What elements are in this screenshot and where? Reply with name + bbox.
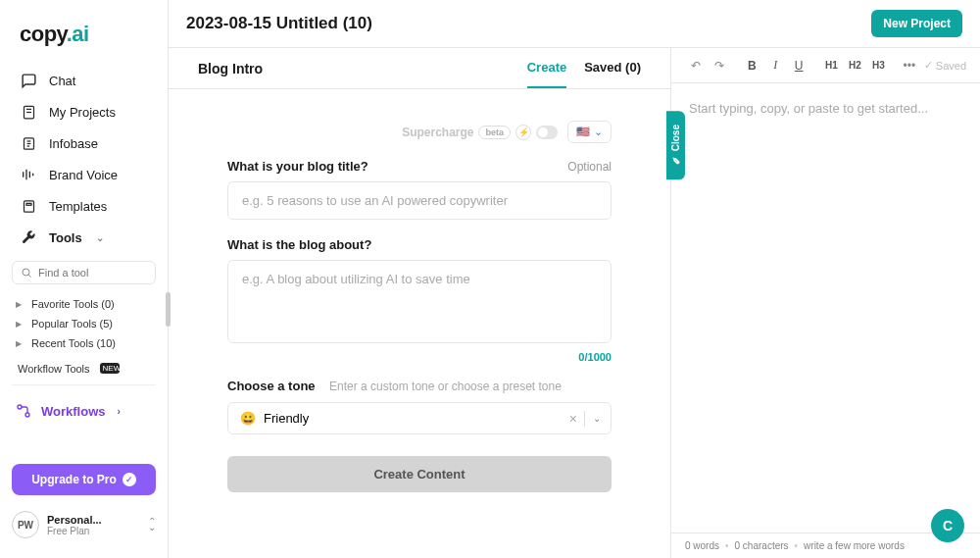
tone-hint: Enter a custom tone or choose a preset t…: [329, 380, 562, 393]
chevron-down-icon: ⌄: [96, 232, 104, 243]
search-tool[interactable]: [12, 261, 156, 284]
nav-projects-label: My Projects: [49, 105, 116, 120]
clear-tone-button[interactable]: ×: [569, 411, 577, 427]
check-icon: ✓: [122, 473, 136, 486]
nav-projects[interactable]: My Projects: [12, 96, 156, 127]
nav-brandvoice[interactable]: Brand Voice: [12, 159, 156, 190]
nav-templates-label: Templates: [49, 199, 107, 214]
h2-button[interactable]: H2: [844, 54, 865, 77]
tone-label: Choose a tone: [227, 379, 316, 393]
tool-group-favorite[interactable]: ▶Favorite Tools (0): [10, 294, 158, 314]
upgrade-button[interactable]: Upgrade to Pro ✓: [12, 464, 156, 495]
tool-group-recent-label: Recent Tools (10): [31, 337, 116, 349]
account-switcher[interactable]: PW Personal... Free Plan ⌃⌄: [0, 503, 168, 546]
tool-group-popular-label: Popular Tools (5): [31, 318, 113, 330]
tool-groups: ▶Favorite Tools (0) ▶Popular Tools (5) ▶…: [0, 292, 168, 355]
tool-group-favorite-label: Favorite Tools (0): [31, 298, 115, 310]
dot-icon: •: [795, 540, 799, 551]
h1-button[interactable]: H1: [821, 54, 843, 77]
italic-button[interactable]: I: [764, 54, 786, 77]
about-label: What is the blog about?: [227, 237, 612, 252]
chevron-down-icon[interactable]: ⌄: [593, 413, 601, 424]
language-selector[interactable]: 🇺🇸 ⌄: [567, 121, 612, 143]
chat-fab[interactable]: C: [931, 509, 964, 542]
account-plan: Free Plan: [47, 526, 140, 536]
tab-create[interactable]: Create: [527, 48, 566, 88]
svg-point-16: [25, 413, 29, 417]
tool-header: Blog Intro Create Saved (0): [169, 48, 670, 89]
content: Blog Intro Create Saved (0) ✎ Close Supe…: [169, 48, 980, 558]
brandvoice-icon: [20, 166, 37, 183]
about-textarea[interactable]: [227, 260, 612, 343]
divider: [12, 384, 156, 385]
editor-body[interactable]: Start typing, copy, or paste to get star…: [671, 83, 980, 533]
tone-select[interactable]: 😀 Friendly × ⌄: [227, 402, 612, 434]
optional-label: Optional: [567, 160, 612, 174]
account-info: Personal... Free Plan: [47, 514, 140, 536]
tab-saved[interactable]: Saved (0): [584, 48, 641, 88]
flag-icon: 🇺🇸: [576, 126, 590, 138]
word-count: 0 words: [685, 540, 719, 551]
close-label: Close: [670, 125, 681, 151]
check-icon: ✓: [924, 59, 933, 72]
redo-button[interactable]: ↷: [709, 54, 730, 77]
nav-templates[interactable]: Templates: [12, 190, 156, 222]
supercharge-label: Supercharge: [402, 126, 473, 139]
svg-rect-12: [26, 203, 31, 205]
nav-chat-label: Chat: [49, 74, 75, 88]
sidebar: copy.ai Chat My Projects Infobase Brand …: [0, 0, 169, 558]
topbar: 2023-08-15 Untitled (10) New Project: [169, 0, 980, 48]
saved-label: Saved: [936, 60, 966, 72]
nav-brandvoice-label: Brand Voice: [49, 168, 118, 182]
about-label-text: What is the blog about?: [227, 237, 371, 252]
create-content-button[interactable]: Create Content: [227, 456, 612, 492]
bold-button[interactable]: B: [741, 54, 762, 77]
char-count: 0 characters: [735, 540, 789, 551]
new-project-button[interactable]: New Project: [871, 10, 962, 37]
nav-infobase[interactable]: Infobase: [12, 127, 156, 159]
supercharge-row: Supercharge beta ⚡ 🇺🇸 ⌄: [227, 121, 612, 143]
chevron-right-icon: ▶: [16, 300, 24, 309]
char-count: 0/1000: [227, 351, 612, 363]
chevron-right-icon: ▶: [16, 339, 24, 348]
h3-button[interactable]: H3: [867, 54, 889, 77]
editor-placeholder: Start typing, copy, or paste to get star…: [689, 101, 962, 116]
templates-icon: [20, 197, 37, 215]
more-button[interactable]: •••: [899, 54, 920, 77]
search-input[interactable]: [38, 267, 147, 279]
nav-tools[interactable]: Tools ⌄: [12, 222, 156, 253]
form-area: ✎ Close Supercharge beta ⚡ 🇺🇸 ⌄: [169, 89, 670, 508]
logo-suffix: .ai: [67, 22, 89, 46]
nav-workflows[interactable]: Workflows ›: [0, 395, 168, 427]
chevron-right-icon: ▶: [16, 320, 24, 329]
chat-icon: [20, 72, 37, 89]
tool-panel: Blog Intro Create Saved (0) ✎ Close Supe…: [169, 48, 671, 558]
upgrade-label: Upgrade to Pro: [31, 473, 117, 486]
dot-icon: •: [725, 540, 729, 551]
nav-infobase-label: Infobase: [49, 136, 98, 151]
tools-icon: [20, 228, 37, 246]
chevron-down-icon: ⌄: [594, 126, 603, 138]
tool-group-workflow[interactable]: Workflow Tools NEW: [0, 355, 168, 375]
primary-nav: Chat My Projects Infobase Brand Voice Te…: [0, 65, 168, 253]
editor-footer: 0 words • 0 characters • write a few mor…: [671, 533, 980, 558]
tool-title: Blog Intro: [198, 61, 263, 76]
beta-badge: beta: [478, 126, 511, 139]
tone-emoji: 😀: [240, 411, 256, 426]
nav-chat[interactable]: Chat: [12, 65, 156, 96]
title-input[interactable]: [227, 181, 612, 220]
svg-point-13: [23, 269, 29, 276]
workflows-icon: [16, 403, 31, 419]
logo[interactable]: copy.ai: [0, 12, 168, 65]
title-label-text: What is your blog title?: [227, 159, 368, 174]
main: 2023-08-15 Untitled (10) New Project Blo…: [169, 0, 980, 558]
underline-button[interactable]: U: [788, 54, 809, 77]
separator: [584, 411, 585, 427]
undo-button[interactable]: ↶: [685, 54, 707, 77]
footer-hint: write a few more words: [804, 540, 905, 551]
tool-group-recent[interactable]: ▶Recent Tools (10): [10, 333, 158, 353]
toggle-switch[interactable]: [536, 126, 558, 139]
supercharge-toggle[interactable]: Supercharge beta ⚡: [402, 125, 558, 140]
close-panel-button[interactable]: ✎ Close: [666, 111, 685, 179]
tool-group-popular[interactable]: ▶Popular Tools (5): [10, 314, 158, 333]
